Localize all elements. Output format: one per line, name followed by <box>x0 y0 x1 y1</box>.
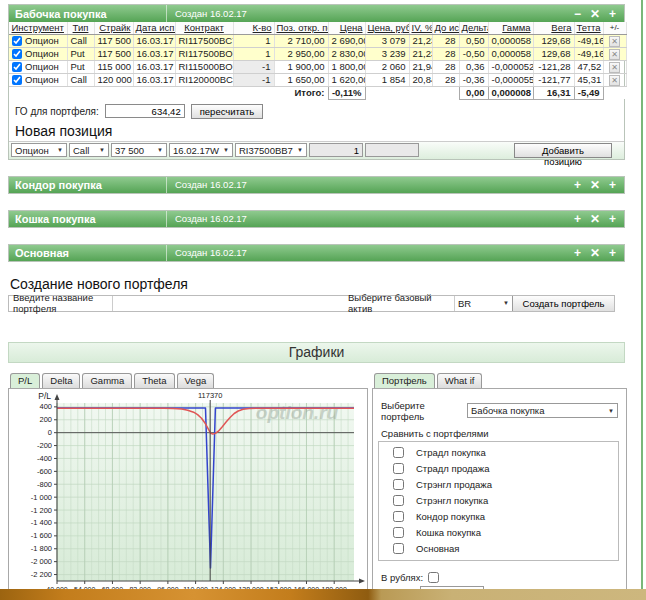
quantity-cell[interactable]: 1 <box>233 47 274 60</box>
rubles-label: В рублях: <box>381 572 423 583</box>
compare-item: Стрэнгл покупка <box>379 493 618 509</box>
tab-delta[interactable]: Delta <box>42 373 80 388</box>
close-button[interactable]: ✕ <box>590 247 600 259</box>
column-header[interactable]: Дельта <box>459 22 488 34</box>
compare-checkbox[interactable] <box>393 447 404 458</box>
date-select[interactable]: 16.02.17W▼ <box>169 143 233 157</box>
add-button[interactable]: + <box>609 8 616 20</box>
remove-position-button[interactable]: ✕ <box>609 36 620 47</box>
contract-select[interactable]: RI37500BB7▼ <box>235 143 307 157</box>
remove-position-button[interactable]: ✕ <box>609 49 620 60</box>
tab-портфель[interactable]: Портфель <box>374 373 435 388</box>
add-button[interactable]: + <box>609 179 616 191</box>
tab-theta[interactable]: Theta <box>134 373 174 388</box>
quantity-cell[interactable]: 1 <box>233 34 274 47</box>
close-button[interactable]: ✕ <box>590 213 600 225</box>
compare-portfolio-list: Страдл покупкаСтрадл продажаСтрэнгл прод… <box>378 441 619 561</box>
tab-vega[interactable]: Vega <box>177 373 215 388</box>
exp-date-cell: 16.03.17 <box>133 60 175 73</box>
price-input[interactable] <box>365 143 419 157</box>
column-header[interactable]: Цена <box>328 22 365 34</box>
days-cell: 28 <box>432 73 459 86</box>
panel-title: Основная <box>9 245 167 261</box>
portfolio-name-input[interactable] <box>113 296 323 311</box>
add-button[interactable]: + <box>609 247 616 259</box>
close-button[interactable]: ✕ <box>590 8 600 20</box>
iv-cell: 21,94 <box>409 60 432 73</box>
compare-checkbox[interactable] <box>393 495 404 506</box>
expand-button[interactable]: + <box>574 247 581 259</box>
column-header[interactable]: До исп. <box>432 22 459 34</box>
chevron-down-icon: ▼ <box>503 300 509 306</box>
tab-p-l[interactable]: P/L <box>10 373 40 388</box>
position-row: ОпционCall117 50016.03.17RI117500BC712 7… <box>9 34 626 47</box>
column-header[interactable]: IV, % <box>409 22 432 34</box>
strike-select[interactable]: 37 500▼ <box>111 143 167 157</box>
column-header[interactable]: Страйк <box>94 22 133 34</box>
type-select[interactable]: Call▼ <box>69 143 109 157</box>
compare-checkbox[interactable] <box>393 463 404 474</box>
contract-cell: RI120000BC7 <box>175 73 233 86</box>
column-header[interactable]: +/- <box>603 22 626 34</box>
close-button[interactable]: ✕ <box>590 179 600 191</box>
contract-cell: RI115000BO7 <box>175 60 233 73</box>
add-position-button[interactable]: Добавить позицию <box>514 143 612 158</box>
price-cell: 1 800,00 <box>328 60 365 73</box>
new-position-row: Опцион▼ Call▼ 37 500▼ 16.02.17W▼ RI37500… <box>9 141 624 159</box>
tab-what-if[interactable]: What if <box>437 373 483 388</box>
expand-button[interactable]: + <box>574 179 581 191</box>
remove-cell: ✕ <box>603 34 626 47</box>
position-checkbox[interactable] <box>12 62 22 72</box>
quantity-cell[interactable]: -1 <box>233 60 274 73</box>
column-header[interactable]: Инструмент <box>9 22 67 34</box>
remove-position-button[interactable]: ✕ <box>609 62 620 73</box>
add-button[interactable]: + <box>609 213 616 225</box>
column-header[interactable]: К-во <box>233 22 274 34</box>
column-header[interactable]: Цена, руб. <box>365 22 409 34</box>
column-header[interactable]: Контракт <box>175 22 233 34</box>
column-header[interactable]: Тип <box>67 22 94 34</box>
minimize-button[interactable]: − <box>574 8 581 20</box>
instrument-select[interactable]: Опцион▼ <box>11 143 67 157</box>
compare-item-label: Кондор покупка <box>416 511 485 522</box>
create-portfolio-button[interactable]: Создать портфель <box>512 296 614 311</box>
position-checkbox[interactable] <box>12 36 22 46</box>
column-header[interactable]: Гамма <box>488 22 533 34</box>
portfolio-select[interactable]: Бабочка покупка▼ <box>467 403 618 418</box>
form-spacer <box>323 296 344 311</box>
position-checkbox[interactable] <box>12 49 22 59</box>
y-tick-label: -1 000 <box>31 492 52 501</box>
compare-checkbox[interactable] <box>393 479 404 490</box>
compare-checkbox[interactable] <box>393 511 404 522</box>
rubles-checkbox[interactable] <box>428 572 439 583</box>
totals-price: -0,11% <box>328 86 365 99</box>
margin-input[interactable] <box>105 104 185 118</box>
recalculate-button[interactable]: пересчитать <box>191 104 264 119</box>
position-row: ОпционPut117 50016.03.17RI117500BO712 95… <box>9 47 626 60</box>
quantity-input[interactable] <box>309 143 363 157</box>
days-cell: 28 <box>432 60 459 73</box>
vega-cell: 129,68 <box>533 34 574 47</box>
panel-header: ОсновнаяСоздан 16.02.17+✕+ <box>9 245 624 261</box>
select-portfolio-label: Выберите портфель <box>381 400 467 422</box>
chevron-down-icon: ▼ <box>157 147 163 153</box>
column-header[interactable]: Тетта <box>574 22 603 34</box>
compare-item: Стрэнгл продажа <box>379 477 618 493</box>
expand-button[interactable]: + <box>574 213 581 225</box>
tab-gamma[interactable]: Gamma <box>82 373 132 388</box>
base-asset-select[interactable]: BR▼ <box>454 296 512 311</box>
compare-checkbox[interactable] <box>393 543 404 554</box>
column-header[interactable]: Дата исп. <box>133 22 175 34</box>
compare-checkbox[interactable] <box>393 527 404 538</box>
price-rub-cell: 3 239 <box>365 47 409 60</box>
remove-position-button[interactable]: ✕ <box>609 75 620 86</box>
instrument-cell: Опцион <box>9 60 67 73</box>
positions-table: ИнструментТипСтрайкДата исп.КонтрактК-во… <box>9 22 627 100</box>
type-cell: Call <box>67 73 94 86</box>
totals-gamma: 0,000008 <box>488 86 533 99</box>
column-header[interactable]: Вега <box>533 22 574 34</box>
delta-cell: 0,50 <box>459 34 488 47</box>
position-checkbox[interactable] <box>12 75 22 85</box>
quantity-cell[interactable]: -1 <box>233 73 274 86</box>
column-header[interactable]: Поз. откр. по <box>274 22 328 34</box>
